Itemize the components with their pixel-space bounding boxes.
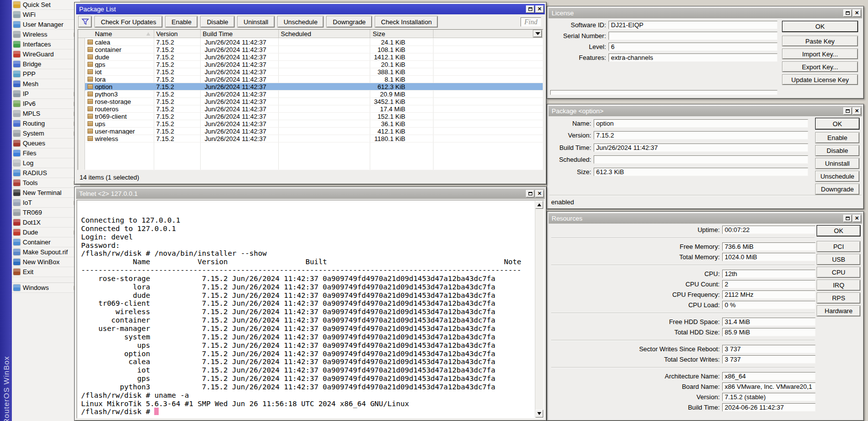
cpu-button[interactable]: CPU xyxy=(817,267,860,278)
sidebar-item-ipv6[interactable]: IPv6▷ xyxy=(12,99,80,109)
field-value-total-sector-writes[interactable]: 3 737 xyxy=(722,355,816,364)
sidebar-item-tools[interactable]: Tools▷ xyxy=(12,178,80,188)
sidebar-item-bridge[interactable]: Bridge xyxy=(12,59,80,69)
field-value-cpu-load[interactable]: 0 % xyxy=(722,301,816,309)
unschedule-button[interactable]: Unschedule xyxy=(816,171,859,182)
sidebar-item-iot[interactable]: IoT▷ xyxy=(12,198,80,208)
sidebar-item-user-manager[interactable]: User Manager xyxy=(12,20,80,30)
maximize-icon[interactable] xyxy=(843,215,852,222)
table-row-ups[interactable]: ups7.15.2Jun/26/2024 11:42:3736.1 KiB xyxy=(78,120,543,128)
table-row-routeros[interactable]: routeros7.15.2Jun/26/2024 11:42:3717.4 M… xyxy=(78,105,543,113)
field-value-level[interactable]: 6 xyxy=(608,43,778,51)
field-value-version[interactable]: 7.15.2 xyxy=(594,131,808,140)
enable-button[interactable]: Enable xyxy=(816,133,859,143)
downgrade-button[interactable]: Downgrade xyxy=(327,16,372,27)
sidebar-item-mpls[interactable]: MPLS▷ xyxy=(12,109,80,119)
sidebar-item-container[interactable]: Container xyxy=(12,237,80,247)
sidebar-item-routing[interactable]: Routing▷ xyxy=(12,119,80,129)
table-row-dude[interactable]: dude7.15.2Jun/26/2024 11:42:371412.1 KiB xyxy=(78,53,543,61)
column-header-scheduled[interactable]: Scheduled xyxy=(281,30,311,38)
scroll-down-icon[interactable] xyxy=(535,410,543,418)
sidebar-item-queues[interactable]: Queues xyxy=(12,139,80,148)
field-value-build-time[interactable]: Jun/26/2024 11:42:37 xyxy=(594,143,808,152)
field-value-board-name[interactable]: x86 VMware, Inc. VMware20,1 xyxy=(722,382,816,391)
sidebar-item-dude[interactable]: Dude▷ xyxy=(12,228,80,237)
field-value-sector-writes-since-reboot[interactable]: 3 737 xyxy=(722,345,816,353)
sidebar-item-wireguard[interactable]: WireGuard xyxy=(12,49,80,59)
sidebar-item-radius[interactable]: RADIUS xyxy=(12,168,80,178)
table-row-tr069-client[interactable]: tr069-client7.15.2Jun/26/2024 11:42:3715… xyxy=(78,113,543,120)
ok-button[interactable]: OK xyxy=(817,226,860,236)
table-row-lora[interactable]: lora7.15.2Jun/26/2024 11:42:378.1 KiB xyxy=(78,76,543,83)
table-row-user-manager[interactable]: user-manager7.15.2Jun/26/2024 11:42:3741… xyxy=(78,128,543,135)
export-key-button[interactable]: Export Key... xyxy=(782,62,858,72)
package-list-titlebar[interactable]: Package List × xyxy=(76,4,545,14)
sidebar-item-wifi[interactable]: WiFi xyxy=(12,10,80,20)
sidebar-item-windows[interactable]: Windows▷ xyxy=(12,283,80,293)
close-icon[interactable]: × xyxy=(535,190,544,197)
field-value-cpu-count[interactable]: 2 xyxy=(722,280,816,288)
usb-button[interactable]: USB xyxy=(817,254,860,265)
sidebar-item-ip[interactable]: IP▷ xyxy=(12,89,80,99)
close-icon[interactable]: × xyxy=(853,9,861,17)
column-header-version[interactable]: Version xyxy=(156,30,177,38)
pci-button[interactable]: PCI xyxy=(817,241,860,252)
field-value-uptime[interactable]: 00:07:22 xyxy=(722,226,816,234)
table-row-python3[interactable]: python37.15.2Jun/26/2024 11:42:3720.9 Mi… xyxy=(78,91,543,98)
column-header-name[interactable]: Name xyxy=(95,30,112,38)
table-row-calea[interactable]: calea7.15.2Jun/26/2024 11:42:3724.1 KiB xyxy=(78,39,543,46)
field-value-software-id[interactable]: DJ21-EIQP xyxy=(608,21,778,29)
hardware-button[interactable]: Hardware xyxy=(817,306,860,316)
table-row-wireless[interactable]: wireless7.15.2Jun/26/2024 11:42:371180.1… xyxy=(78,135,543,142)
field-value-architecture-name[interactable]: x86_64 xyxy=(722,372,816,380)
sidebar-item-dot1x[interactable]: Dot1X xyxy=(12,218,80,228)
ok-button[interactable]: OK xyxy=(816,118,859,129)
paste-key-button[interactable]: Paste Key xyxy=(782,36,858,46)
disable-button[interactable]: Disable xyxy=(201,16,234,27)
field-value-total-memory[interactable]: 1024.0 MiB xyxy=(722,253,816,261)
sidebar-item-ppp[interactable]: PPP xyxy=(12,69,80,79)
telnet-titlebar[interactable]: Telnet <2> 127.0.0.1 × xyxy=(76,188,545,199)
scroll-up-icon[interactable] xyxy=(535,201,543,209)
table-row-gps[interactable]: gps7.15.2Jun/26/2024 11:42:3720.1 KiB xyxy=(78,61,543,68)
table-row-iot[interactable]: iot7.15.2Jun/26/2024 11:42:37388.1 KiB xyxy=(78,68,543,76)
sidebar-item-mesh[interactable]: Mesh xyxy=(12,79,80,89)
sidebar-item-interfaces[interactable]: Interfaces xyxy=(12,40,80,49)
sidebar-item-log[interactable]: Log xyxy=(12,158,80,168)
license-titlebar[interactable]: License × xyxy=(549,8,862,18)
field-value-serial-number[interactable] xyxy=(608,32,778,40)
sidebar-item-files[interactable]: Files xyxy=(12,148,80,158)
sidebar-item-exit[interactable]: Exit xyxy=(12,267,80,277)
field-value-version[interactable]: 7.15.2 (stable) xyxy=(722,393,816,401)
close-icon[interactable]: × xyxy=(535,5,544,13)
rps-button[interactable]: RPS xyxy=(817,293,860,303)
sidebar-item-new-terminal[interactable]: New Terminal xyxy=(12,188,80,198)
check-installation-button[interactable]: Check Installation xyxy=(375,16,438,27)
sidebar-item-make-supout-rif[interactable]: Make Supout.rif xyxy=(12,247,80,257)
field-value-total-hdd-size[interactable]: 85.9 MiB xyxy=(722,328,816,336)
field-value-free-hdd-space[interactable]: 31.4 MiB xyxy=(722,318,816,326)
close-icon[interactable]: × xyxy=(853,107,861,115)
enable-button[interactable]: Enable xyxy=(166,16,197,27)
irq-button[interactable]: IRQ xyxy=(817,280,860,290)
uninstall-button[interactable]: Uninstall xyxy=(238,16,274,27)
maximize-icon[interactable] xyxy=(526,190,534,197)
sidebar-item-wireless[interactable]: Wireless▷ xyxy=(12,30,80,40)
table-row-container[interactable]: container7.15.2Jun/26/2024 11:42:37108.1… xyxy=(78,46,543,53)
ok-button[interactable]: OK xyxy=(782,21,858,32)
column-header-size[interactable]: Size xyxy=(373,30,385,38)
field-value-cpu[interactable]: 12th xyxy=(722,270,816,278)
field-value-size[interactable]: 612.3 KiB xyxy=(594,168,808,176)
close-icon[interactable]: × xyxy=(853,215,861,222)
column-header-build-time[interactable]: Build Time xyxy=(203,30,233,38)
import-key-button[interactable]: Import Key... xyxy=(782,49,858,59)
maximize-icon[interactable] xyxy=(843,107,852,115)
sidebar-item-new-winbox[interactable]: New WinBox xyxy=(12,257,80,267)
downgrade-button[interactable]: Downgrade xyxy=(816,184,859,194)
field-value-scheduled[interactable] xyxy=(594,155,808,164)
field-value-cpu-frequency[interactable]: 2112 MHz xyxy=(722,290,816,299)
maximize-icon[interactable] xyxy=(843,9,852,17)
column-dropdown-icon[interactable] xyxy=(533,30,542,37)
filter-icon[interactable] xyxy=(79,16,91,27)
sidebar-item-tr069[interactable]: TR069 xyxy=(12,208,80,218)
